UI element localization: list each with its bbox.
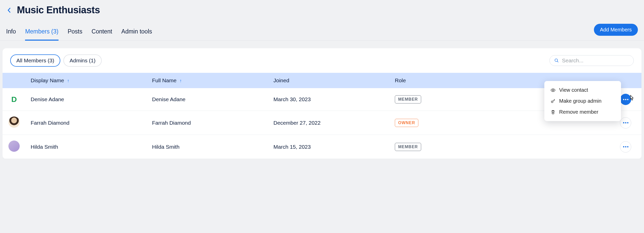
cell-full-name: Denise Adane [147, 88, 268, 111]
chip-admins[interactable]: Admins (1) [63, 54, 102, 67]
cell-display-name: Denise Adane [26, 88, 147, 111]
cell-joined: December 27, 2022 [268, 111, 390, 135]
cell-joined: March 15, 2023 [268, 135, 390, 159]
avatar [8, 141, 20, 152]
col-header-display-name-label: Display Name [31, 77, 64, 83]
sort-asc-icon: ↑ [180, 78, 182, 84]
tab-info[interactable]: Info [6, 26, 16, 41]
page-title: Music Enthusiasts [17, 5, 100, 16]
cell-joined: March 30, 2023 [268, 88, 390, 111]
tab-content[interactable]: Content [91, 26, 112, 41]
menu-make-admin[interactable]: Make group admin [544, 96, 621, 107]
menu-remove-member-label: Remove member [559, 109, 598, 115]
filter-chips: All Members (3) Admins (1) [10, 54, 102, 67]
ellipsis-icon [623, 99, 628, 100]
tab-posts[interactable]: Posts [68, 26, 83, 41]
secondary-nav-row: Info Members (3) Posts Content Admin too… [0, 24, 644, 41]
menu-view-contact-label: View contact [559, 87, 588, 93]
avatar [8, 116, 20, 128]
search-field[interactable] [549, 55, 634, 66]
col-header-role-label: Role [395, 77, 406, 83]
col-header-joined[interactable]: Joined [268, 73, 390, 88]
sort-asc-icon: ↑ [67, 78, 70, 84]
key-icon [550, 99, 556, 104]
ellipsis-icon [623, 146, 628, 147]
role-badge: MEMBER [395, 143, 421, 151]
table-row: Hilda Smith Hilda Smith March 15, 2023 M… [3, 135, 641, 159]
tab-bar: Info Members (3) Posts Content Admin too… [6, 26, 152, 40]
col-header-joined-label: Joined [273, 77, 289, 83]
col-header-full-name-label: Full Name [152, 77, 177, 83]
cell-full-name: Hilda Smith [147, 135, 268, 159]
menu-remove-member[interactable]: Remove member [544, 107, 621, 118]
menu-view-contact[interactable]: View contact [544, 85, 621, 96]
role-badge: MEMBER [395, 95, 421, 103]
menu-make-admin-label: Make group admin [559, 98, 602, 104]
chevron-left-icon [7, 7, 11, 13]
row-more-button[interactable] [620, 117, 631, 129]
eye-icon [550, 88, 556, 93]
role-badge: OWNER [395, 119, 418, 127]
search-input[interactable] [562, 57, 629, 64]
table-row: D Denise Adane Denise Adane March 30, 20… [3, 88, 641, 111]
cell-display-name: Hilda Smith [26, 135, 147, 159]
col-header-full-name[interactable]: Full Name ↑ [147, 73, 268, 88]
avatar-letter: D [11, 95, 17, 103]
col-header-display-name[interactable]: Display Name ↑ [26, 73, 147, 88]
back-button[interactable] [6, 7, 12, 13]
row-more-button[interactable] [620, 141, 631, 153]
cell-full-name: Farrah Diamond [147, 111, 268, 135]
chip-all-members[interactable]: All Members (3) [10, 54, 60, 67]
members-card: All Members (3) Admins (1) Display Name … [3, 48, 641, 159]
card-toolbar: All Members (3) Admins (1) [3, 48, 641, 73]
tab-admin-tools[interactable]: Admin tools [121, 26, 152, 41]
cell-display-name: Farrah Diamond [26, 111, 147, 135]
row-context-menu: View contact Make group admin Remove mem… [544, 81, 621, 121]
add-members-button[interactable]: Add Members [594, 24, 638, 36]
tab-members[interactable]: Members (3) [25, 26, 58, 41]
page-header: Music Enthusiasts [0, 0, 644, 24]
cursor-pointer-icon [629, 95, 634, 101]
svg-line-1 [557, 61, 558, 62]
search-icon [554, 58, 559, 63]
ellipsis-icon [623, 122, 628, 123]
members-table: Display Name ↑ Full Name ↑ Joined Role [3, 73, 641, 159]
col-header-avatar [3, 73, 26, 88]
svg-point-3 [551, 101, 553, 103]
trash-x-icon [550, 110, 556, 115]
svg-point-2 [553, 89, 554, 91]
svg-point-0 [555, 59, 558, 62]
